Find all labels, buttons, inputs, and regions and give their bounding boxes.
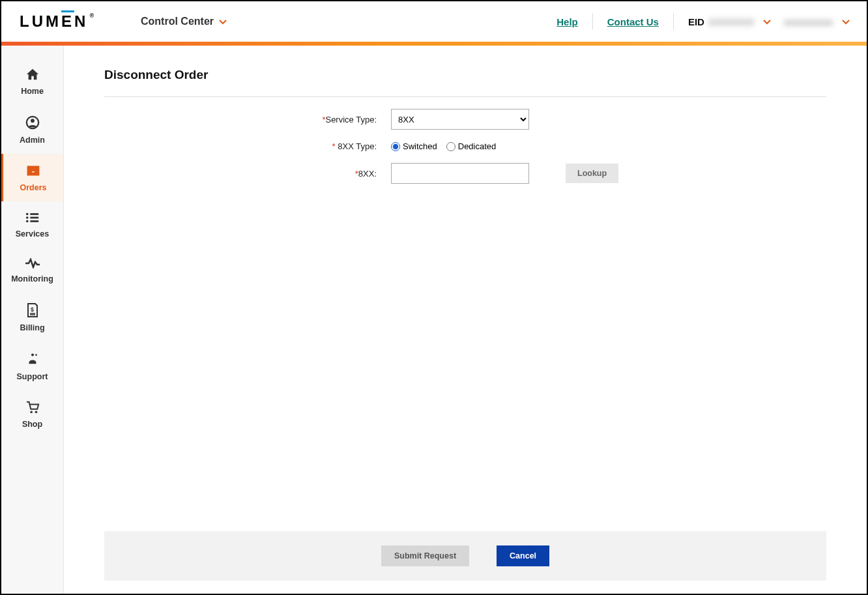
user-value: xxxxxxxxxx xyxy=(784,16,833,27)
control-center-menu[interactable]: Control Center xyxy=(141,16,225,27)
svg-point-11 xyxy=(30,411,33,413)
service-type-label: *Service Type: xyxy=(104,115,391,124)
sidebar-item-support[interactable]: Support xyxy=(1,341,63,390)
8xx-type-label: * 8XX Type: xyxy=(104,141,391,151)
cancel-button[interactable]: Cancel xyxy=(497,545,549,566)
sidebar-item-services[interactable]: Services xyxy=(1,201,63,248)
disconnect-form: *Service Type: 8XX * 8XX Type: Switched xyxy=(104,109,826,531)
top-right-nav: Help Contact Us EID XXXXXXX xxxxxxxxxx xyxy=(557,13,848,30)
sidebar-item-label: Monitoring xyxy=(11,274,53,283)
list-icon xyxy=(25,212,40,225)
svg-point-6 xyxy=(25,220,28,223)
sidebar-item-label: Support xyxy=(17,372,48,381)
user-dropdown[interactable]: xxxxxxxxxx xyxy=(784,16,848,27)
contact-us-link[interactable]: Contact Us xyxy=(607,16,659,27)
invoice-icon: $ xyxy=(26,303,39,319)
sidebar-item-label: Billing xyxy=(20,323,44,332)
divider xyxy=(104,96,826,97)
brand-logo: LUMEN® xyxy=(20,12,94,31)
sidebar-item-monitoring[interactable]: Monitoring xyxy=(1,248,63,293)
divider xyxy=(673,13,674,30)
home-icon xyxy=(25,68,40,83)
eid-dropdown[interactable]: EID XXXXXXX xyxy=(688,16,770,27)
form-footer: Submit Request Cancel xyxy=(104,531,826,581)
sidebar-item-home[interactable]: Home xyxy=(1,57,63,105)
svg-rect-3 xyxy=(30,213,38,215)
sidebar-item-label: Home xyxy=(21,87,44,96)
radio-switched-input[interactable] xyxy=(391,142,400,151)
inbox-icon xyxy=(26,164,40,179)
svg-text:$: $ xyxy=(31,306,34,313)
activity-icon xyxy=(25,258,40,270)
svg-point-1 xyxy=(31,119,35,123)
radio-switched[interactable]: Switched xyxy=(391,141,437,151)
radio-dedicated-label: Dedicated xyxy=(458,141,497,151)
user-icon xyxy=(25,115,40,132)
form-row-8xx-type: * 8XX Type: Switched Dedicated xyxy=(104,141,826,151)
svg-rect-5 xyxy=(30,217,38,219)
chevron-down-icon xyxy=(219,18,225,25)
8xx-label: *8XX: xyxy=(104,169,391,179)
cart-icon xyxy=(25,401,40,416)
radio-switched-label: Switched xyxy=(403,141,437,151)
sidebar-item-label: Admin xyxy=(20,136,45,145)
lookup-button[interactable]: Lookup xyxy=(566,164,618,183)
svg-point-10 xyxy=(35,354,37,356)
eid-label: EID xyxy=(688,16,704,27)
form-row-service-type: *Service Type: 8XX xyxy=(104,109,826,130)
main-content: Disconnect Order *Service Type: 8XX * 8X… xyxy=(64,46,867,594)
page-title: Disconnect Order xyxy=(104,68,826,82)
radio-dedicated-input[interactable] xyxy=(446,142,456,151)
chevron-down-icon xyxy=(763,18,770,25)
sidebar-item-shop[interactable]: Shop xyxy=(1,390,63,438)
support-icon xyxy=(25,352,40,368)
chevron-down-icon xyxy=(842,18,848,25)
svg-point-4 xyxy=(25,216,28,219)
sidebar-item-label: Services xyxy=(16,229,49,239)
svg-rect-7 xyxy=(30,220,38,222)
svg-point-12 xyxy=(35,411,37,413)
top-header: LUMEN® Control Center Help Contact Us EI… xyxy=(1,1,867,42)
sidebar-item-label: Shop xyxy=(22,420,42,429)
sidebar-item-label: Orders xyxy=(20,183,47,192)
help-link[interactable]: Help xyxy=(557,16,578,27)
radio-dedicated[interactable]: Dedicated xyxy=(446,141,497,151)
sidebar-item-billing[interactable]: $ Billing xyxy=(1,293,63,341)
eid-value: XXXXXXX xyxy=(708,16,754,27)
sidebar-item-orders[interactable]: Orders xyxy=(1,154,63,201)
control-center-label: Control Center xyxy=(141,16,214,27)
8xx-input[interactable] xyxy=(391,163,529,184)
submit-request-button[interactable]: Submit Request xyxy=(381,545,469,566)
sidebar-item-admin[interactable]: Admin xyxy=(1,105,63,154)
svg-point-9 xyxy=(31,354,33,356)
service-type-select[interactable]: 8XX xyxy=(391,109,529,130)
svg-point-2 xyxy=(25,213,28,216)
sidebar-nav: Home Admin Orders Services Monitoring xyxy=(1,46,64,594)
divider xyxy=(592,13,593,30)
form-row-8xx: *8XX: Lookup xyxy=(104,163,826,184)
